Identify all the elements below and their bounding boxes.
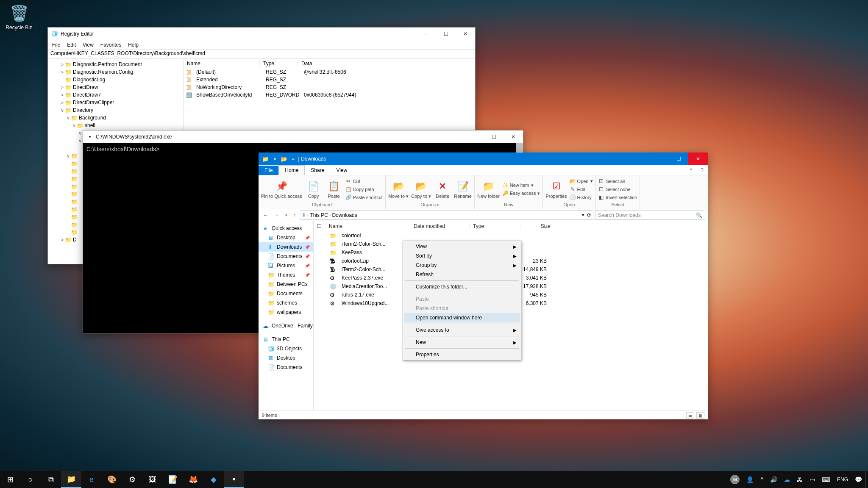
- app-taskbar[interactable]: ◆: [203, 471, 224, 488]
- volume-icon[interactable]: 🔊: [767, 471, 781, 488]
- expand-icon[interactable]: v: [78, 139, 83, 143]
- copy-path-button[interactable]: 📋Copy path: [345, 186, 383, 193]
- recycle-bin[interactable]: 🗑️ Recycle Bin: [4, 3, 34, 30]
- nav-3d[interactable]: 🧊3D Objects: [259, 344, 313, 353]
- ctx-give-access-to[interactable]: Give access to▶: [404, 325, 520, 335]
- tray-expand[interactable]: ^: [757, 471, 767, 488]
- col-size[interactable]: Size: [520, 223, 554, 229]
- edit-button[interactable]: ✎Edit: [570, 186, 593, 193]
- expand-icon[interactable]: v: [66, 116, 71, 120]
- onedrive-tray-icon[interactable]: ☁: [781, 471, 793, 488]
- ctx-properties[interactable]: Properties: [404, 350, 520, 359]
- action-center-icon[interactable]: 💬: [851, 471, 865, 488]
- close-button[interactable]: ✕: [688, 152, 708, 165]
- regedit-titlebar[interactable]: 🧊 Registry Editor — ☐ ✕: [48, 28, 475, 40]
- history-button[interactable]: 🕓History: [570, 194, 593, 201]
- menu-favorites[interactable]: Favorites: [98, 41, 124, 49]
- ribbon-collapse[interactable]: ^: [686, 166, 697, 175]
- firefox-taskbar[interactable]: 🦊: [183, 471, 203, 488]
- view-icons-button[interactable]: ▦: [696, 412, 704, 419]
- expand-icon[interactable]: >: [60, 70, 65, 75]
- tree-item[interactable]: v📁Background: [48, 114, 183, 122]
- paste-button[interactable]: 📋Paste: [325, 180, 343, 199]
- refresh-button[interactable]: ⟳: [587, 212, 591, 218]
- view-details-button[interactable]: ☰: [686, 412, 694, 419]
- tree-item[interactable]: v📁Directory: [48, 106, 183, 114]
- breadcrumb-downloads[interactable]: Downloads: [332, 212, 357, 218]
- expand-icon[interactable]: >: [60, 62, 65, 67]
- expand-icon[interactable]: >: [60, 85, 65, 90]
- value-row[interactable]: 📜NoWorkingDirectoryREG_SZ: [184, 83, 475, 91]
- nav-documents2[interactable]: 📁Documents: [259, 289, 313, 298]
- regedit-address[interactable]: Computer\HKEY_CLASSES_ROOT\Directory\Bac…: [48, 50, 475, 59]
- nav-desktop2[interactable]: 🖥Desktop: [259, 353, 313, 363]
- col-name[interactable]: Name: [184, 61, 260, 67]
- language-indicator[interactable]: ENG: [834, 471, 851, 488]
- easy-access-button[interactable]: 🔑Easy access ▾: [502, 189, 540, 197]
- task-view-button[interactable]: ⧉: [41, 471, 61, 488]
- value-row[interactable]: 🔢ShowBasedOnVelocityIdREG_DWORD0x00639bc…: [184, 91, 475, 99]
- show-desktop[interactable]: [865, 471, 868, 488]
- help-icon[interactable]: ?: [696, 166, 708, 175]
- ctx-group-by[interactable]: Group by▶: [404, 261, 520, 270]
- breadcrumb[interactable]: ⬇ › This PC › Downloads ▾ ⟳: [300, 210, 593, 220]
- menu-help[interactable]: Help: [125, 41, 141, 49]
- col-type[interactable]: Type: [470, 223, 520, 229]
- expand-icon[interactable]: v: [78, 131, 83, 136]
- people-icon[interactable]: 👤: [743, 471, 757, 488]
- invert-selection-button[interactable]: ◧Invert selection: [598, 194, 637, 201]
- expand-icon[interactable]: >: [60, 238, 65, 242]
- close-button[interactable]: ✕: [504, 130, 523, 143]
- ctx-customize-this-folder-[interactable]: Customize this folder...: [404, 282, 520, 291]
- search-input[interactable]: Search Downloads 🔍: [595, 210, 705, 220]
- file-row[interactable]: 📁colortool: [314, 231, 708, 240]
- settings-taskbar[interactable]: ⚙: [122, 471, 142, 488]
- ctx-sort-by[interactable]: Sort by▶: [404, 251, 520, 261]
- expand-icon[interactable]: v: [60, 108, 65, 113]
- expand-icon[interactable]: >: [60, 100, 65, 105]
- nav-themes[interactable]: 📁Themes📌: [259, 270, 313, 280]
- tab-view[interactable]: View: [330, 166, 353, 175]
- nav-documents3[interactable]: 📄Documents: [259, 363, 313, 372]
- minimize-button[interactable]: —: [417, 28, 436, 40]
- tree-item[interactable]: >📁DirectDraw: [48, 83, 183, 91]
- minimize-button[interactable]: —: [649, 152, 669, 165]
- checkbox-column[interactable]: ☐: [314, 223, 326, 229]
- col-type[interactable]: Type: [260, 61, 298, 67]
- menu-file[interactable]: File: [50, 41, 63, 49]
- value-row[interactable]: 📜(Default)REG_SZ@shell32.dll,-8506: [184, 68, 475, 76]
- up-button[interactable]: ↑: [291, 211, 298, 219]
- maximize-button[interactable]: ☐: [484, 130, 504, 143]
- tree-item[interactable]: >📁DirectDraw7: [48, 91, 183, 99]
- new-folder-button[interactable]: 📁New folder: [477, 180, 500, 199]
- move-to-button[interactable]: 📂Move to ▾: [388, 180, 409, 199]
- network-icon[interactable]: 🖧: [793, 471, 806, 488]
- cut-button[interactable]: ✂Cut: [345, 177, 383, 185]
- select-all-button[interactable]: ☑Select all: [598, 177, 637, 185]
- copy-to-button[interactable]: 📂Copy to ▾: [411, 180, 431, 199]
- col-name[interactable]: Name: [326, 223, 410, 229]
- nav-desktop[interactable]: 🖥Desktop📌: [259, 233, 313, 242]
- paste-shortcut-button[interactable]: 🔗Paste shortcut: [345, 194, 383, 201]
- address-dropdown[interactable]: ▾: [580, 213, 586, 217]
- notepad-taskbar[interactable]: 📝: [163, 471, 183, 488]
- expand-icon[interactable]: >: [60, 93, 65, 97]
- open-button[interactable]: 📂Open ▾: [570, 177, 593, 185]
- recent-dropdown[interactable]: ▾: [283, 212, 289, 218]
- tab-share[interactable]: Share: [305, 166, 330, 175]
- nav-pictures[interactable]: 🖼Pictures📌: [259, 261, 313, 270]
- forward-button[interactable]: →: [272, 211, 281, 219]
- explorer-titlebar[interactable]: 📁 ▾ 📂 = | Downloads — ☐ ✕: [259, 152, 708, 165]
- maximize-button[interactable]: ☐: [436, 28, 456, 40]
- breadcrumb-thispc[interactable]: This PC: [310, 212, 328, 218]
- nav-between[interactable]: 📁Between PCs: [259, 280, 313, 289]
- user-icon[interactable]: M: [727, 471, 743, 488]
- tree-item[interactable]: >📁DirectDrawClipper: [48, 99, 183, 106]
- maximize-button[interactable]: ☐: [669, 152, 688, 165]
- select-none-button[interactable]: ☐Select none: [598, 186, 637, 193]
- col-date[interactable]: Date modified: [410, 223, 470, 229]
- nav-schemes[interactable]: 📁schemes: [259, 298, 313, 308]
- copy-button[interactable]: 📄Copy: [305, 180, 323, 199]
- ctx-refresh[interactable]: Refresh: [404, 270, 520, 279]
- nav-wallpapers[interactable]: 📁wallpapers: [259, 308, 313, 317]
